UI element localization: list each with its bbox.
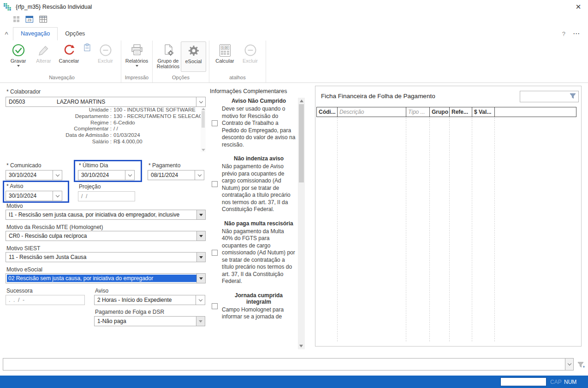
motivo-dropdown-button[interactable] — [196, 210, 205, 219]
info-panel-scrollbar[interactable] — [298, 98, 305, 349]
close-button[interactable]: ✕ — [571, 3, 585, 11]
calendar-icon[interactable]: 23 — [25, 15, 34, 23]
aviso-data-field[interactable]: 30/10/2024 — [6, 191, 62, 201]
grid-column-separator — [472, 118, 472, 341]
ultimo-dia-label: * Último Dia — [79, 162, 108, 169]
aviso-tipo-dropdown-button[interactable] — [196, 295, 205, 305]
ficha-filter-input[interactable] — [520, 91, 579, 102]
printer-icon — [130, 43, 144, 58]
minus-circle-icon — [244, 43, 257, 58]
motivo-esocial-combo[interactable]: 02 Rescisão sem justa causa, por iniciat… — [6, 273, 206, 283]
column-header-valor[interactable]: $ Val... — [472, 107, 495, 117]
window-grid-icon[interactable] — [13, 16, 20, 23]
details-scrollbar[interactable] — [201, 107, 206, 152]
pencil-icon — [37, 43, 50, 58]
pagamento-dropdown-button[interactable] — [195, 170, 204, 180]
pagamento-field[interactable]: 08/11/2024 — [148, 170, 204, 180]
bottom-filter-funnel-icon[interactable] — [576, 360, 586, 370]
motivo-esocial-dropdown-button[interactable] — [196, 274, 205, 283]
statusbar: CAP NUM — [0, 376, 588, 388]
comunicado-field[interactable]: 30/10/2024 — [6, 170, 62, 180]
cancelar-button[interactable]: Cancelar — [56, 41, 82, 64]
motivo-mte-label: Motivo da Rescisão MTE (Homolognet) — [6, 224, 103, 230]
aviso-data-label: * Aviso — [6, 183, 23, 189]
colaborador-code: D0503 — [6, 99, 54, 105]
projecao-field[interactable]: / / — [78, 191, 135, 201]
ultimo-dia-field[interactable]: 30/10/2024 — [78, 170, 135, 180]
motivo-mte-combo[interactable]: CR0 - Rescisão culpa recíproca — [6, 231, 206, 241]
column-header-empty[interactable] — [494, 107, 576, 117]
section-text: Campo Homolognet para informar se a jorn… — [222, 306, 296, 321]
quick-access-toolbar: 23 — [13, 15, 48, 23]
grid-header-row: Códi... Descrição Tipo ... Grupo Refe...… — [316, 107, 576, 117]
colaborador-label: * Colaborador — [6, 88, 41, 95]
grupo-relatorios-label: Grupo de Relatórios — [155, 58, 181, 69]
folga-dsr-label: Pagamento de Folga e DSR — [95, 309, 164, 315]
info-section-jornada-cumprida: Jornada cumprida integralm Campo Homolog… — [210, 292, 297, 321]
info-section-nao-paga-multa: Não paga multa rescisória Não pagamento … — [210, 220, 297, 285]
section-header: Aviso Não Cumprido — [222, 98, 296, 104]
gravar-dropdown-caret[interactable] — [17, 65, 20, 67]
motivo-siest-combo[interactable]: 11 - Rescisão sem Justa Causa — [6, 252, 206, 262]
ultimo-dia-dropdown-button[interactable] — [125, 170, 134, 180]
calcular-button[interactable]: 0.00 Calcular — [212, 41, 238, 64]
sucessora-field[interactable]: . . / - — [6, 295, 85, 305]
form-panel: * Colaborador D0503 LAZARO MARTINS Unida… — [4, 86, 208, 355]
save-check-icon — [12, 43, 25, 58]
motivo-combo[interactable]: I1 - Rescisão sem justa causa, por inici… — [6, 210, 206, 220]
svg-text:23: 23 — [28, 18, 31, 22]
ribbon-group-impressao: Relatórios Impressão — [121, 41, 153, 82]
document-gear-icon — [161, 43, 175, 58]
ribbon-collapse-icon[interactable]: ^ — [0, 30, 13, 37]
bottom-combo-field[interactable] — [3, 358, 574, 370]
esocial-button[interactable]: eSocial — [181, 41, 206, 72]
info-section-nao-indeniza-aviso: Não indeniza aviso Não pagamento de Avis… — [210, 155, 297, 213]
comunicado-label: * Comunicado — [6, 162, 41, 169]
calculator-display: 0.00 — [221, 46, 229, 50]
aviso-data-dropdown-button[interactable] — [53, 191, 62, 200]
section-text: Não pagamento da Multa 40% do FGTS para … — [222, 228, 296, 285]
column-header-tipo[interactable]: Tipo ... — [406, 107, 430, 117]
relatorios-button[interactable]: Relatórios — [124, 41, 149, 67]
motivo-siest-dropdown-button[interactable] — [196, 253, 205, 262]
motivo-mte-dropdown-button[interactable] — [196, 231, 205, 241]
grupo-relatorios-button[interactable]: Grupo de Relatórios — [155, 41, 181, 69]
excluir-label: Excluir — [98, 58, 113, 64]
folga-dsr-dropdown-button[interactable] — [196, 317, 205, 326]
caps-lock-indicator: CAP — [550, 379, 562, 385]
column-header-descricao[interactable]: Descrição — [337, 107, 406, 117]
folga-dsr-combo[interactable]: 1-Não paga — [94, 316, 205, 326]
comunicado-dropdown-button[interactable] — [53, 170, 62, 180]
more-options-icon[interactable]: ⋯ — [571, 29, 588, 38]
column-header-referencia[interactable]: Refe... — [449, 107, 472, 117]
column-header-codigo[interactable]: Códi... — [316, 107, 338, 117]
statusbar-input[interactable] — [500, 377, 546, 386]
colaborador-dropdown-button[interactable] — [196, 97, 205, 106]
column-header-grupo[interactable]: Grupo — [429, 107, 450, 117]
nao-indeniza-aviso-checkbox[interactable] — [212, 181, 218, 187]
alterar-button[interactable]: Alterar — [31, 41, 56, 64]
help-icon[interactable]: ? — [557, 30, 571, 37]
relatorios-dropdown-caret[interactable] — [136, 65, 138, 67]
table-grid-icon[interactable] — [39, 16, 48, 23]
grid-column-separator — [337, 118, 338, 341]
colaborador-field[interactable]: D0503 LAZARO MARTINS — [6, 97, 206, 107]
gravar-label: Gravar — [11, 58, 26, 64]
motivo-esocial-selected-text: 02 Rescisão sem justa causa, por iniciat… — [7, 275, 196, 282]
clipboard-mini-button[interactable] — [82, 41, 93, 53]
ribbon-group-navegacao: Gravar Alterar Cancelar — [3, 41, 121, 82]
bottom-combo-dropdown-button[interactable] — [565, 359, 573, 370]
jornada-cumprida-checkbox[interactable] — [212, 303, 218, 309]
tab-opcoes[interactable]: Opções — [58, 28, 92, 40]
nao-paga-multa-checkbox[interactable] — [212, 250, 218, 256]
filter-funnel-icon[interactable] — [569, 93, 578, 101]
excluir2-button[interactable]: Excluir — [238, 41, 263, 64]
grid-column-separator — [449, 118, 450, 341]
colaborador-details: Unidade :100 - INDUSTRIA DE SOFTWARE Dep… — [6, 107, 206, 152]
gravar-button[interactable]: Gravar — [6, 41, 31, 67]
aviso-nao-cumprido-checkbox[interactable] — [212, 120, 218, 126]
minus-circle-icon — [99, 43, 112, 58]
aviso-tipo-combo[interactable]: 2 Horas - Início do Expediente — [94, 295, 205, 305]
tab-navegacao[interactable]: Navegação — [13, 27, 58, 41]
excluir-button[interactable]: Excluir — [93, 41, 118, 64]
